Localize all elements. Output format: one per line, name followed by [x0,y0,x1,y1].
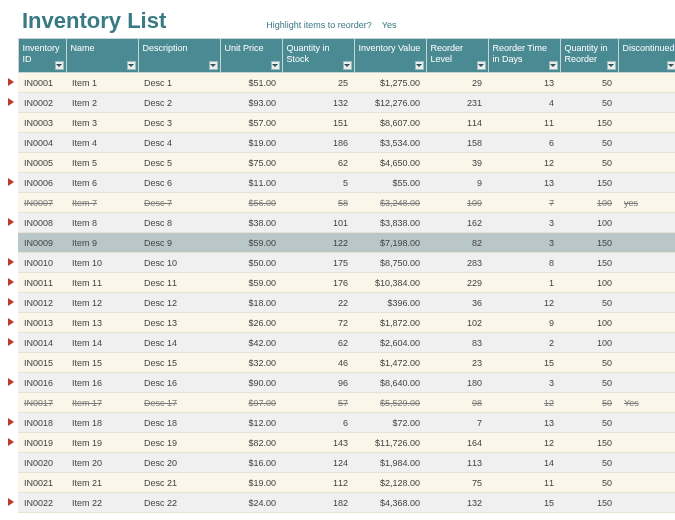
cell-name[interactable]: Item 18 [66,413,138,433]
cell-unit[interactable]: $18.00 [220,293,282,313]
cell-inv[interactable]: $1,984.00 [354,453,426,473]
highlight-value[interactable]: Yes [382,20,397,30]
cell-name[interactable]: Item 9 [66,233,138,253]
cell-qre[interactable]: 50 [560,453,618,473]
cell-unit[interactable]: $38.00 [220,213,282,233]
cell-unit[interactable]: $24.00 [220,493,282,513]
cell-id[interactable]: IN0009 [18,233,66,253]
cell-desc[interactable]: Desc 12 [138,293,220,313]
cell-desc[interactable]: Desc 5 [138,153,220,173]
filter-dropdown-icon[interactable] [343,61,352,70]
cell-qre[interactable]: 100 [560,193,618,213]
cell-days[interactable]: 1 [488,273,560,293]
cell-qty[interactable]: 58 [282,193,354,213]
cell-days[interactable]: 6 [488,133,560,153]
col-reorder-days[interactable]: Reorder Time in Days [488,39,560,73]
table-row[interactable]: IN0017Item 17Desc 17$97.0057$5,529.00981… [4,393,675,413]
cell-qty[interactable]: 62 [282,153,354,173]
cell-desc[interactable]: Desc 9 [138,233,220,253]
table-row[interactable]: IN0015Item 15Desc 15$32.0046$1,472.00231… [4,353,675,373]
cell-desc[interactable]: Desc 4 [138,133,220,153]
cell-inv[interactable]: $55.00 [354,173,426,193]
cell-reorder[interactable]: 9 [426,173,488,193]
table-row[interactable]: IN0005Item 5Desc 5$75.0062$4,650.0039125… [4,153,675,173]
table-row[interactable]: IN0009Item 9Desc 9$59.00122$7,198.008231… [4,233,675,253]
cell-days[interactable]: 12 [488,153,560,173]
cell-qty[interactable]: 132 [282,93,354,113]
cell-id[interactable]: IN0013 [18,313,66,333]
cell-name[interactable]: Item 17 [66,393,138,413]
cell-id[interactable]: IN0012 [18,293,66,313]
cell-inv[interactable]: $1,872.00 [354,313,426,333]
cell-reorder[interactable]: 231 [426,93,488,113]
table-row[interactable]: IN0019Item 19Desc 19$82.00143$11,726.001… [4,433,675,453]
cell-disc[interactable]: Yes [618,393,675,413]
cell-desc[interactable]: Desc 18 [138,413,220,433]
cell-qre[interactable]: 50 [560,373,618,393]
cell-qre[interactable]: 50 [560,153,618,173]
cell-name[interactable]: Item 14 [66,333,138,353]
col-discontinued[interactable]: Discontinued? [618,39,675,73]
cell-reorder[interactable]: 158 [426,133,488,153]
cell-reorder[interactable]: 132 [426,493,488,513]
cell-qre[interactable]: 150 [560,433,618,453]
cell-days[interactable]: 3 [488,233,560,253]
cell-id[interactable]: IN0017 [18,393,66,413]
cell-unit[interactable]: $90.00 [220,373,282,393]
col-qty-reorder[interactable]: Quantity in Reorder [560,39,618,73]
cell-reorder[interactable]: 98 [426,393,488,413]
col-qty-stock[interactable]: Quantity in Stock [282,39,354,73]
table-row[interactable]: IN0004Item 4Desc 4$19.00186$3,534.001586… [4,133,675,153]
filter-dropdown-icon[interactable] [667,61,676,70]
cell-desc[interactable]: Desc 15 [138,353,220,373]
cell-qre[interactable]: 100 [560,213,618,233]
cell-reorder[interactable]: 82 [426,233,488,253]
cell-days[interactable]: 13 [488,173,560,193]
table-row[interactable]: IN0001Item 1Desc 1$51.0025$1,275.0029135… [4,73,675,93]
cell-desc[interactable]: Desc 13 [138,313,220,333]
cell-qty[interactable]: 176 [282,273,354,293]
cell-disc[interactable] [618,333,675,353]
cell-reorder[interactable]: 114 [426,113,488,133]
cell-qre[interactable]: 50 [560,73,618,93]
cell-reorder[interactable]: 75 [426,473,488,493]
cell-qty[interactable]: 112 [282,473,354,493]
cell-desc[interactable]: Desc 7 [138,193,220,213]
cell-name[interactable]: Item 7 [66,193,138,213]
table-row[interactable]: IN0012Item 12Desc 12$18.0022$396.0036125… [4,293,675,313]
cell-inv[interactable]: $11,726.00 [354,433,426,453]
col-reorder-level[interactable]: Reorder Level [426,39,488,73]
cell-name[interactable]: Item 10 [66,253,138,273]
cell-id[interactable]: IN0010 [18,253,66,273]
table-row[interactable]: IN0003Item 3Desc 3$57.00151$8,607.001141… [4,113,675,133]
cell-reorder[interactable]: 7 [426,413,488,433]
filter-dropdown-icon[interactable] [415,61,424,70]
cell-desc[interactable]: Desc 20 [138,453,220,473]
cell-disc[interactable] [618,313,675,333]
cell-name[interactable]: Item 19 [66,433,138,453]
cell-id[interactable]: IN0004 [18,133,66,153]
cell-disc[interactable] [618,433,675,453]
cell-unit[interactable]: $93.00 [220,93,282,113]
filter-dropdown-icon[interactable] [549,61,558,70]
cell-unit[interactable]: $42.00 [220,333,282,353]
cell-days[interactable]: 13 [488,73,560,93]
cell-qre[interactable]: 100 [560,313,618,333]
cell-disc[interactable] [618,173,675,193]
cell-qty[interactable]: 151 [282,113,354,133]
table-row[interactable]: IN0008Item 8Desc 8$38.00101$3,838.001623… [4,213,675,233]
cell-unit[interactable]: $59.00 [220,233,282,253]
cell-days[interactable]: 15 [488,493,560,513]
cell-days[interactable]: 3 [488,213,560,233]
cell-qre[interactable]: 150 [560,113,618,133]
col-description[interactable]: Description [138,39,220,73]
cell-inv[interactable]: $2,604.00 [354,333,426,353]
cell-name[interactable]: Item 20 [66,453,138,473]
cell-days[interactable]: 4 [488,93,560,113]
cell-id[interactable]: IN0014 [18,333,66,353]
cell-unit[interactable]: $51.00 [220,73,282,93]
table-row[interactable]: IN0020Item 20Desc 20$16.00124$1,984.0011… [4,453,675,473]
cell-days[interactable]: 12 [488,393,560,413]
cell-reorder[interactable]: 283 [426,253,488,273]
cell-desc[interactable]: Desc 2 [138,93,220,113]
